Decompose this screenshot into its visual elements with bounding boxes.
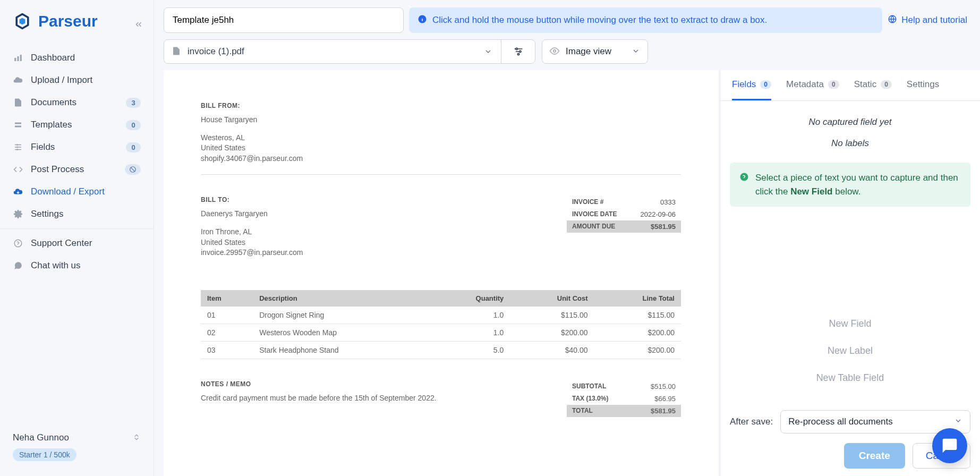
nav-dashboard[interactable]: Dashboard bbox=[0, 47, 154, 69]
nav-label: Dashboard bbox=[31, 53, 141, 63]
new-label-button[interactable]: New Label bbox=[820, 342, 880, 360]
globe-icon bbox=[888, 14, 897, 27]
table-row: 01Drogon Signet Ring1.0$115.00$115.00 bbox=[201, 307, 681, 324]
document-icon bbox=[13, 97, 23, 108]
nav-badge: 0 bbox=[126, 142, 141, 152]
nav-label: Documents bbox=[31, 97, 118, 108]
bill-from-addr: Westeros, AL bbox=[201, 133, 681, 143]
user-name: Neha Gunnoo bbox=[13, 432, 128, 443]
nav-label: Upload / Import bbox=[31, 75, 141, 86]
nav-fields[interactable]: Fields 0 bbox=[0, 136, 154, 158]
chat-icon bbox=[13, 260, 23, 271]
nav-documents[interactable]: Documents 3 bbox=[0, 91, 154, 114]
bill-to-addr: Iron Throne, AL bbox=[201, 227, 546, 237]
nav-label: Settings bbox=[31, 209, 141, 219]
nav-templates[interactable]: Templates 0 bbox=[0, 114, 154, 136]
content-split: BILL FROM: House Targaryen Westeros, AL … bbox=[154, 70, 980, 476]
new-field-button[interactable]: New Field bbox=[821, 315, 879, 333]
tabs: Fields 0 Metadata 0 Static 0 Settings bbox=[720, 70, 980, 101]
totals: SUBTOTAL$515.00 TAX (13.0%)$66.95 TOTAL$… bbox=[567, 380, 681, 417]
bill-to-email: invoice.29957@in.parseur.com bbox=[201, 248, 546, 258]
nav-post-process[interactable]: Post Process bbox=[0, 158, 154, 181]
svg-rect-0 bbox=[14, 58, 16, 61]
code-icon bbox=[13, 164, 23, 175]
svg-point-5 bbox=[17, 149, 18, 150]
tab-fields[interactable]: Fields 0 bbox=[732, 70, 771, 100]
dashboard-icon bbox=[13, 53, 23, 63]
hint-box: Select a piece of text you want to captu… bbox=[730, 163, 970, 207]
template-name-input[interactable] bbox=[164, 7, 404, 33]
nav-badge: 3 bbox=[126, 98, 141, 108]
info-icon bbox=[417, 14, 427, 27]
notes-title: NOTES / MEMO bbox=[201, 380, 546, 388]
bill-from-email: shopify.34067@in.parseur.com bbox=[201, 154, 681, 164]
view-selector[interactable]: Image view bbox=[542, 39, 648, 64]
chevron-down-icon[interactable] bbox=[475, 40, 501, 63]
tab-metadata[interactable]: Metadata 0 bbox=[786, 70, 839, 100]
svg-rect-2 bbox=[20, 55, 22, 61]
bill-from-name: House Targaryen bbox=[201, 115, 681, 125]
chat-fab[interactable] bbox=[932, 428, 967, 463]
file-icon bbox=[172, 46, 181, 57]
eye-icon bbox=[550, 46, 559, 57]
nav-label: Post Process bbox=[31, 164, 117, 175]
parseur-logo bbox=[13, 12, 32, 31]
brand-name: Parseur bbox=[38, 12, 98, 30]
chevron-down-icon bbox=[632, 47, 640, 57]
nav-label: Support Center bbox=[31, 238, 141, 249]
collapse-sidebar-button[interactable] bbox=[130, 16, 147, 33]
main: Click and hold the mouse button while mo… bbox=[154, 0, 980, 476]
help-link[interactable]: Help and tutorial bbox=[888, 14, 970, 27]
create-button[interactable]: Create bbox=[844, 443, 905, 469]
invoice-page: BILL FROM: House Targaryen Westeros, AL … bbox=[164, 70, 718, 449]
empty-fields-message: No captured field yet bbox=[730, 117, 970, 128]
bill-from-country: United States bbox=[201, 143, 681, 154]
nav-upload[interactable]: Upload / Import bbox=[0, 69, 154, 91]
upload-icon bbox=[13, 75, 23, 86]
chevron-down-icon bbox=[954, 416, 962, 428]
document-viewer[interactable]: BILL FROM: House Targaryen Westeros, AL … bbox=[164, 70, 718, 476]
secondbar: invoice (1).pdf Image view bbox=[154, 33, 980, 70]
document-pane: BILL FROM: House Targaryen Westeros, AL … bbox=[154, 70, 720, 476]
hint-text: Select a piece of text you want to captu… bbox=[755, 171, 961, 198]
tab-settings[interactable]: Settings bbox=[907, 70, 939, 100]
topbar: Click and hold the mouse button while mo… bbox=[154, 0, 980, 33]
bill-to-name: Daenerys Targaryen bbox=[201, 209, 546, 219]
question-icon bbox=[13, 238, 23, 249]
nav-divider bbox=[0, 228, 154, 229]
user-selector[interactable]: Neha Gunnoo bbox=[13, 432, 141, 443]
notes-text: Credit card payment must be made before … bbox=[201, 393, 546, 404]
nav-support[interactable]: Support Center bbox=[0, 232, 154, 254]
bill-to-country: United States bbox=[201, 237, 546, 248]
download-icon bbox=[13, 186, 23, 197]
filter-settings-button[interactable] bbox=[501, 40, 535, 63]
info-bar: Click and hold the mouse button while mo… bbox=[409, 7, 882, 33]
templates-icon bbox=[13, 120, 23, 130]
nav-badge-disabled bbox=[125, 164, 141, 175]
nav-chat[interactable]: Chat with us bbox=[0, 254, 154, 277]
bill-to-title: BILL TO: bbox=[201, 196, 546, 203]
items-table: Item Description Quantity Unit Cost Line… bbox=[201, 290, 681, 359]
view-label: Image view bbox=[566, 46, 625, 57]
svg-point-13 bbox=[517, 53, 519, 55]
svg-rect-1 bbox=[18, 56, 19, 61]
panel-body: No captured field yet No labels Select a… bbox=[720, 101, 980, 410]
svg-point-4 bbox=[17, 147, 18, 148]
nav-settings[interactable]: Settings bbox=[0, 203, 154, 225]
nav-download-export[interactable]: Download / Export bbox=[0, 181, 154, 203]
after-save-label: After save: bbox=[730, 416, 773, 427]
file-name: invoice (1).pdf bbox=[188, 46, 244, 57]
sidebar: Parseur Dashboard Upload / Import Docume… bbox=[0, 0, 154, 476]
new-table-field-button[interactable]: New Table Field bbox=[809, 369, 892, 387]
nav-badge: 0 bbox=[126, 120, 141, 130]
nav-label: Templates bbox=[31, 120, 118, 130]
table-row: 03Stark Headphone Stand5.0$40.00$200.00 bbox=[201, 341, 681, 359]
panel-actions: New Field New Label New Table Field bbox=[730, 304, 970, 397]
file-selector[interactable]: invoice (1).pdf bbox=[164, 39, 535, 64]
sidebar-header: Parseur bbox=[0, 0, 154, 42]
help-text: Help and tutorial bbox=[901, 15, 967, 26]
tab-static[interactable]: Static 0 bbox=[854, 70, 892, 100]
fields-icon bbox=[13, 142, 23, 152]
nav: Dashboard Upload / Import Documents 3 Te… bbox=[0, 42, 154, 423]
empty-labels-message: No labels bbox=[730, 138, 970, 149]
